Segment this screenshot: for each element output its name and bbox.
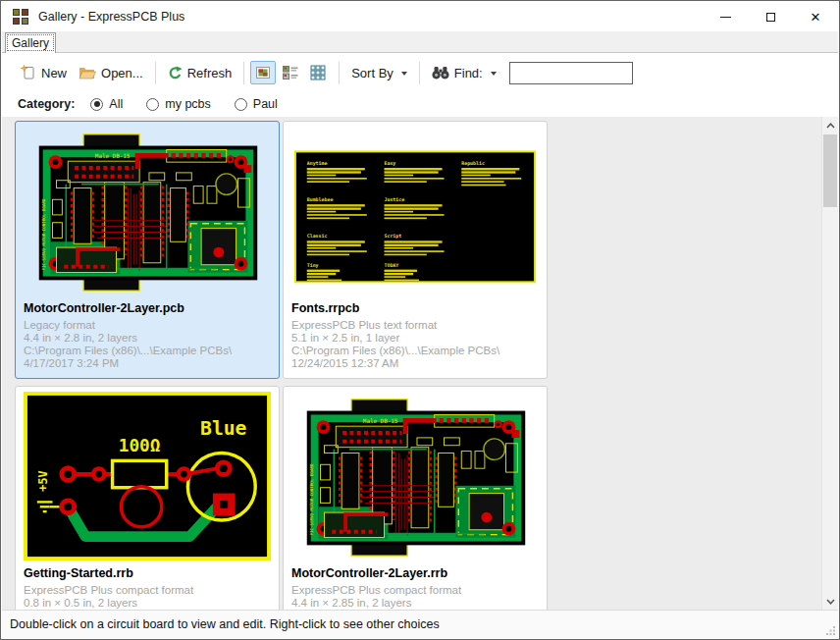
font-sample-line — [307, 178, 367, 180]
pcb-thumbnail: AnytimeEasyRepublicBumblebeeJusticeClass… — [291, 127, 539, 295]
font-sample-line — [385, 250, 445, 252]
board-side-label: PIC-SERVO MOTOR CONTROL BOARD — [41, 198, 46, 271]
category-radio-all[interactable]: All — [90, 97, 123, 111]
font-sample-name: Tiny — [307, 262, 319, 269]
font-sample-name: Anytime — [307, 160, 328, 167]
category-radio-paul[interactable]: Paul — [235, 97, 278, 111]
card-filename: Fonts.rrpcb — [291, 301, 539, 315]
new-button[interactable]: New — [15, 61, 73, 84]
font-sample-name: Classic — [307, 233, 328, 239]
font-sample-line — [307, 276, 329, 278]
title-bar[interactable]: Gallery - ExpressPCB Plus ✕ — [2, 2, 838, 31]
font-sample-line — [461, 171, 515, 173]
sort-by-button[interactable]: Sort By — [345, 62, 413, 84]
tab-strip: Gallery — [2, 31, 838, 53]
font-sample-line — [385, 181, 427, 183]
font-sample-line — [385, 217, 427, 219]
open-button[interactable]: Open... — [73, 62, 149, 84]
font-sample-line — [307, 168, 365, 170]
gallery-card-getting-started[interactable]: +5V 100Ω Blue Getting-Started.rrb Expres… — [15, 386, 280, 610]
font-sample-line — [385, 207, 439, 209]
find-dropdown-icon[interactable] — [491, 72, 497, 79]
status-bar: Double-click on a circuit board to view … — [2, 610, 838, 638]
tab-gallery[interactable]: Gallery — [5, 32, 56, 53]
chevron-down-icon — [826, 599, 835, 605]
font-sample-line — [385, 270, 417, 272]
view-small-button[interactable] — [305, 61, 331, 84]
font-sample-line — [307, 247, 337, 249]
font-sample-line — [385, 273, 414, 275]
toolbar-separator — [339, 62, 340, 84]
card-filename: Getting-Started.rrb — [24, 566, 271, 580]
card-modified: 4/17/2017 3:24 PM — [24, 357, 271, 370]
font-sample-name: Justice — [385, 196, 405, 202]
new-document-icon — [21, 65, 36, 80]
font-sample-line — [307, 204, 365, 206]
gallery-card-motorcontroller-rrb[interactable]: Male DB-15 PIC-SERVO MOTOR CONTROL BOARD… — [283, 386, 548, 610]
card-format: ExpressPCB Plus compact format — [24, 584, 271, 597]
toolbar-separator — [243, 62, 244, 84]
gallery-card-motorcontroller-pcb[interactable]: Male DB-15 PIC-SERVO MOTOR CONTROL BOARD… — [15, 121, 280, 379]
font-sample-name: TODAY — [385, 262, 399, 268]
view-large-button[interactable] — [250, 61, 276, 84]
window-title: Gallery - ExpressPCB Plus — [38, 10, 184, 24]
close-icon: ✕ — [811, 11, 821, 24]
font-sample-line — [307, 244, 361, 246]
close-button[interactable]: ✕ — [793, 2, 838, 31]
maximize-icon — [766, 13, 775, 22]
scroll-up-button[interactable] — [822, 117, 838, 133]
refresh-button[interactable]: Refresh — [162, 62, 238, 84]
minimize-icon — [720, 17, 731, 18]
gallery-card-fonts[interactable]: AnytimeEasyRepublicBumblebeeJusticeClass… — [283, 121, 548, 379]
font-sample-line — [385, 204, 443, 206]
view-medium-icon — [283, 65, 298, 80]
scroll-down-button[interactable] — [822, 593, 838, 610]
chevron-down-icon — [401, 72, 407, 79]
view-medium-button[interactable] — [278, 61, 303, 84]
font-sample-line — [461, 175, 491, 177]
radio-icon — [146, 98, 159, 111]
pcb-thumbnail: Male DB-15 PIC-SERVO MOTOR CONTROL BOARD — [24, 127, 271, 295]
status-text: Double-click on a circuit board to view … — [10, 617, 440, 631]
card-dimensions: 4.4 in × 2.8 in, 2 layers — [24, 332, 271, 345]
open-folder-icon — [79, 66, 96, 80]
maximize-button[interactable] — [748, 2, 793, 31]
font-sample-line — [307, 171, 361, 173]
resize-grip[interactable] — [825, 625, 836, 636]
pcb-thumbnail: Male DB-15 PIC-SERVO MOTOR CONTROL BOARD — [291, 392, 539, 560]
font-sample-line — [385, 240, 443, 242]
font-sample-name: Bumblebee — [307, 196, 334, 202]
card-format: ExpressPCB Plus compact format — [291, 584, 539, 597]
font-sample-line — [307, 175, 337, 177]
font-sample-line — [461, 181, 503, 183]
font-sample-line — [307, 273, 337, 275]
card-format: ExpressPCB Plus text format — [291, 319, 539, 332]
font-sample-line — [307, 280, 341, 282]
font-sample-line — [307, 217, 349, 219]
font-sample-name: Republic — [461, 160, 485, 167]
minimize-button[interactable] — [703, 2, 748, 31]
category-row: Category: All my pcbs Paul — [2, 91, 838, 117]
category-label: Category: — [18, 97, 75, 111]
font-sample-line — [385, 254, 427, 256]
view-large-icon — [255, 65, 271, 80]
card-path: C:\Program Files (x86)\...\Example PCBs\ — [291, 345, 539, 357]
font-sample-line — [307, 181, 349, 183]
card-dimensions: 0.8 in × 0.5 in, 2 layers — [24, 597, 271, 610]
card-filename: MotorController-2Layer.pcb — [24, 301, 271, 315]
color-label: Blue — [200, 417, 246, 440]
font-sample-line — [385, 211, 414, 213]
font-sample-line — [461, 168, 519, 170]
font-sample-line — [461, 185, 505, 187]
vertical-scrollbar[interactable] — [821, 117, 838, 610]
category-radio-my-pcbs[interactable]: my pcbs — [146, 97, 211, 111]
view-small-icon — [310, 65, 326, 80]
card-dimensions: 4.4 in × 2.85 in, 2 layers — [291, 597, 539, 610]
card-path: C:\Program Files (x86)\...\Example PCBs\ — [24, 345, 271, 357]
font-sample-line — [307, 254, 349, 256]
scrollbar-thumb[interactable] — [823, 134, 837, 207]
find-button[interactable]: Find: — [426, 62, 502, 84]
font-sample-line — [385, 214, 445, 216]
find-input[interactable] — [509, 62, 633, 84]
connector-label: Male DB-15 — [95, 153, 131, 159]
